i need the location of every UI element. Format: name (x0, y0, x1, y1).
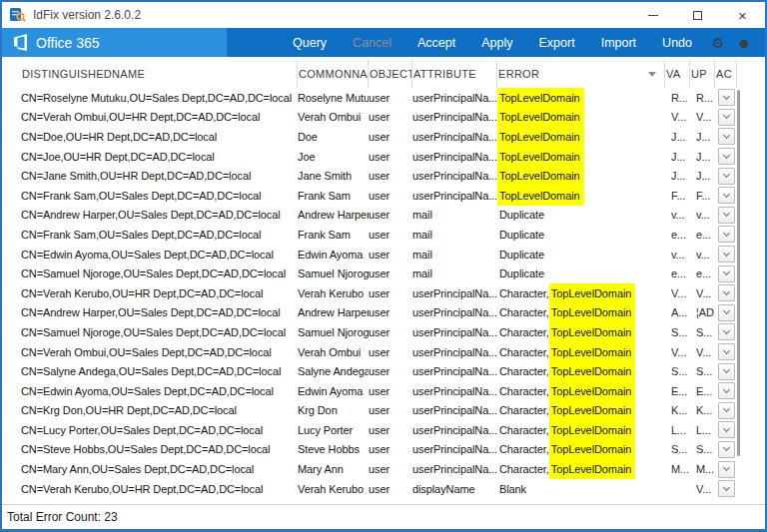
action-dropdown-button[interactable] (718, 343, 735, 360)
cell-value[interactable]: S... (665, 361, 690, 381)
header-commonname[interactable]: COMMONNAME (298, 60, 369, 88)
cell-update[interactable]: e... (690, 225, 715, 245)
table-row[interactable]: CN=Frank Sam,OU=Sales Dept,DC=AD,DC=loca… (2, 225, 765, 245)
import-button[interactable]: Import (588, 28, 649, 57)
cell-update[interactable]: S... (690, 322, 715, 342)
action-dropdown-button[interactable] (718, 480, 735, 497)
action-dropdown-button[interactable] (718, 363, 735, 380)
cell-update[interactable]: V... (690, 283, 715, 303)
maximize-button[interactable] (675, 2, 720, 28)
action-dropdown-button[interactable] (718, 461, 735, 478)
action-dropdown-button[interactable] (718, 128, 735, 145)
cell-value[interactable]: J... (665, 166, 690, 186)
cell-update[interactable]: ¦AD. (690, 303, 715, 323)
table-row[interactable]: CN=Verah Ombui,OU=HR Dept,DC=AD,DC=local… (2, 108, 765, 128)
vertical-scrollbar[interactable] (737, 90, 740, 456)
cell-update[interactable]: V... (690, 342, 715, 362)
cell-update[interactable]: E... (690, 381, 715, 401)
query-button[interactable]: Query (280, 28, 340, 57)
close-button[interactable]: × (720, 2, 765, 28)
action-dropdown-button[interactable] (718, 382, 735, 399)
action-dropdown-button[interactable] (718, 402, 735, 419)
cell-update[interactable]: M... (690, 459, 715, 479)
cell-update[interactable]: L... (690, 420, 715, 440)
table-row[interactable]: CN=Andrew Harper,OU=Sales Dept,DC=AD,DC=… (2, 303, 765, 323)
header-attribute[interactable]: ATTRIBUTE (412, 60, 497, 88)
cell-value[interactable]: v... (665, 206, 690, 226)
table-row[interactable]: CN=Edwin Ayoma,OU=Sales Dept,DC=AD,DC=lo… (2, 381, 765, 401)
header-value[interactable]: VA (665, 60, 690, 88)
table-row[interactable]: CN=Joe,OU=HR Dept,DC=AD,DC=local Joe use… (2, 147, 765, 167)
header-update[interactable]: UP (690, 60, 715, 88)
action-dropdown-button[interactable] (718, 304, 735, 321)
cell-value[interactable]: R... (665, 88, 690, 108)
cell-update[interactable]: S... (690, 440, 715, 460)
minimize-button[interactable] (630, 2, 675, 28)
cell-value[interactable]: A... (665, 303, 690, 323)
cell-update[interactable]: J... (690, 166, 715, 186)
export-button[interactable]: Export (526, 28, 588, 57)
table-row[interactable]: CN=Jane Smith,OU=HR Dept,DC=AD,DC=local … (2, 166, 765, 186)
action-dropdown-button[interactable] (718, 148, 735, 165)
cell-update[interactable]: v... (690, 245, 715, 265)
cell-value[interactable]: S... (665, 322, 690, 342)
action-dropdown-button[interactable] (718, 441, 735, 458)
action-dropdown-button[interactable] (718, 187, 735, 204)
cell-value[interactable]: e... (665, 225, 690, 245)
header-objectclass[interactable]: OBJECT (369, 60, 412, 88)
action-dropdown-button[interactable] (718, 89, 735, 106)
cell-value[interactable]: L... (665, 420, 690, 440)
table-row[interactable]: CN=Samuel Njoroge,OU=Sales Dept,DC=AD,DC… (2, 264, 765, 283)
apply-button[interactable]: Apply (468, 28, 525, 57)
feedback-smiley-icon[interactable]: ☻ (731, 28, 757, 57)
cell-update[interactable]: V... (690, 108, 715, 128)
cell-value[interactable]: V... (665, 283, 690, 303)
header-distinguishedname[interactable]: DISTINGUISHEDNAME (21, 60, 298, 88)
cell-value[interactable]: F... (665, 186, 690, 206)
table-row[interactable]: CN=Steve Hobbs,OU=Sales Dept,DC=AD,DC=lo… (2, 440, 765, 460)
header-error[interactable]: ERROR (497, 60, 665, 88)
cell-value[interactable]: J... (665, 147, 690, 167)
table-row[interactable]: CN=Verah Kerubo,OU=HR Dept,DC=AD,DC=loca… (2, 283, 765, 303)
cell-value[interactable]: M... (665, 459, 690, 479)
table-row[interactable]: CN=Krg Don,OU=HR Dept,DC=AD,DC=local Krg… (2, 401, 765, 421)
table-row[interactable]: CN=Andrew Harper,OU=Sales Dept,DC=AD,DC=… (2, 206, 765, 226)
action-dropdown-button[interactable] (718, 168, 735, 185)
cell-value[interactable]: J... (665, 127, 690, 147)
action-dropdown-button[interactable] (718, 421, 735, 438)
cell-value[interactable]: E... (665, 381, 690, 401)
action-dropdown-button[interactable] (718, 323, 735, 340)
cell-value[interactable]: K... (665, 401, 690, 421)
cell-value[interactable]: e... (665, 264, 690, 283)
cell-value[interactable]: V... (665, 108, 690, 128)
table-row[interactable]: CN=Doe,OU=HR Dept,DC=AD,DC=local Doe use… (2, 127, 765, 147)
table-row[interactable]: CN=Verah Kerubo,OU=HR Dept,DC=AD,DC=loca… (2, 479, 765, 499)
header-action[interactable]: AC (715, 60, 737, 88)
undo-button[interactable]: Undo (649, 28, 705, 57)
table-row[interactable]: CN=Frank Sam,OU=Sales Dept,DC=AD,DC=loca… (2, 186, 765, 206)
table-row[interactable]: CN=Samuel Njoroge,OU=Sales Dept,DC=AD,DC… (2, 322, 765, 342)
action-dropdown-button[interactable] (718, 246, 735, 263)
cell-update[interactable]: v... (690, 206, 715, 226)
cell-update[interactable]: V... (690, 479, 715, 499)
action-dropdown-button[interactable] (718, 207, 735, 224)
table-row[interactable]: CN=Roselyne Mutuku,OU=Sales Dept,DC=AD,D… (2, 88, 765, 108)
cell-value[interactable]: S... (665, 440, 690, 460)
cell-value[interactable]: v... (665, 245, 690, 265)
cell-update[interactable]: R... (690, 88, 715, 108)
settings-gear-icon[interactable]: ⚙ (705, 28, 731, 57)
cell-update[interactable]: F... (690, 186, 715, 206)
accept-button[interactable]: Accept (404, 28, 468, 57)
cell-update[interactable]: e... (690, 264, 715, 283)
cell-update[interactable]: J... (690, 147, 715, 167)
cell-update[interactable]: S... (690, 361, 715, 381)
table-row[interactable]: CN=Lucy Porter,OU=Sales Dept,DC=AD,DC=lo… (2, 420, 765, 440)
table-row[interactable]: CN=Edwin Ayoma,OU=Sales Dept,DC=AD,DC=lo… (2, 245, 765, 265)
action-dropdown-button[interactable] (718, 284, 735, 301)
cell-value[interactable] (665, 479, 690, 499)
table-row[interactable]: CN=Mary Ann,OU=Sales Dept,DC=AD,DC=local… (2, 459, 765, 479)
cell-update[interactable]: K... (690, 401, 715, 421)
cell-update[interactable]: J... (690, 127, 715, 147)
action-dropdown-button[interactable] (718, 226, 735, 243)
cell-value[interactable]: V... (665, 342, 690, 362)
